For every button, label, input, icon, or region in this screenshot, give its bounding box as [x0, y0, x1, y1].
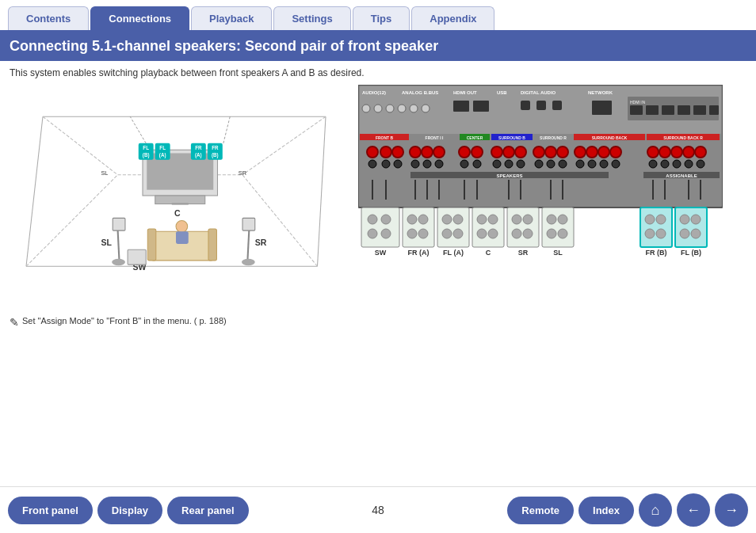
- svg-point-187: [656, 229, 666, 238]
- svg-text:SL: SL: [101, 169, 109, 177]
- svg-line-25: [118, 229, 120, 262]
- svg-rect-39: [128, 249, 146, 265]
- note-text: Set "Assign Mode" to "Front B" in the me…: [22, 316, 227, 326]
- svg-point-192: [691, 229, 701, 238]
- svg-point-56: [398, 105, 406, 112]
- svg-point-167: [453, 229, 463, 238]
- svg-point-94: [410, 147, 421, 158]
- svg-text:SURROUND BACK: SURROUND BACK: [592, 135, 628, 140]
- rear-panel-button[interactable]: Rear panel: [167, 497, 248, 524]
- home-icon: ⌂: [651, 502, 660, 519]
- svg-point-166: [442, 229, 452, 238]
- svg-point-164: [442, 215, 452, 224]
- svg-text:SURROUND BACK R: SURROUND BACK R: [663, 135, 703, 140]
- svg-rect-183: [640, 207, 672, 247]
- svg-rect-34: [147, 229, 156, 261]
- remote-button[interactable]: Remote: [507, 497, 574, 524]
- svg-point-92: [382, 160, 390, 168]
- svg-point-190: [691, 215, 701, 224]
- index-button[interactable]: Index: [578, 497, 634, 524]
- svg-text:ANALOG B.BUS: ANALOG B.BUS: [402, 90, 438, 95]
- svg-text:FRONT I I: FRONT I I: [426, 135, 444, 140]
- svg-point-108: [505, 160, 513, 168]
- svg-point-104: [491, 147, 502, 158]
- tab-playback[interactable]: Playback: [191, 6, 272, 30]
- forward-icon: →: [724, 502, 739, 519]
- svg-point-89: [380, 147, 391, 158]
- room-diagram-container: FL (B) FL (A) FR (A) FR (B) SL: [10, 85, 342, 306]
- svg-point-91: [368, 160, 376, 168]
- page-header: Connecting 5.1-channel speakers: Second …: [0, 32, 756, 61]
- svg-point-161: [407, 229, 417, 238]
- svg-point-131: [673, 160, 681, 168]
- svg-line-5: [26, 175, 118, 267]
- svg-point-118: [598, 147, 609, 158]
- svg-rect-71: [693, 105, 706, 115]
- svg-line-1: [26, 116, 43, 266]
- tab-contents[interactable]: Contents: [8, 6, 89, 30]
- svg-rect-163: [437, 207, 469, 247]
- tab-connections[interactable]: Connections: [90, 6, 189, 30]
- rear-panel-svg: AUDIO(12) ANALOG B.BUS HDMI OUT USB DIGI…: [358, 85, 723, 267]
- svg-point-112: [557, 147, 568, 158]
- svg-text:SL: SL: [553, 249, 563, 257]
- svg-point-159: [407, 215, 417, 224]
- svg-rect-60: [473, 101, 489, 112]
- svg-text:USB: USB: [497, 90, 507, 95]
- back-icon: ←: [686, 502, 701, 519]
- svg-line-42: [223, 116, 230, 143]
- svg-point-123: [612, 160, 620, 168]
- svg-point-174: [512, 215, 521, 224]
- svg-point-54: [374, 105, 382, 112]
- svg-text:NETWORK: NETWORK: [588, 90, 613, 95]
- home-button[interactable]: ⌂: [639, 493, 672, 527]
- svg-text:FL (A): FL (A): [443, 249, 464, 257]
- back-button[interactable]: ←: [677, 493, 710, 527]
- svg-text:SURROUND B: SURROUND B: [498, 135, 525, 140]
- svg-rect-64: [592, 101, 612, 115]
- forward-button[interactable]: →: [715, 493, 748, 527]
- svg-point-127: [683, 147, 694, 158]
- svg-rect-168: [472, 207, 504, 247]
- svg-point-103: [473, 160, 481, 168]
- svg-point-88: [367, 147, 378, 158]
- display-button[interactable]: Display: [97, 497, 162, 524]
- svg-line-4: [43, 116, 118, 175]
- svg-point-58: [422, 105, 430, 112]
- svg-text:FR: FR: [195, 145, 202, 150]
- front-panel-button[interactable]: Front panel: [8, 497, 93, 524]
- tab-settings[interactable]: Settings: [273, 6, 350, 30]
- svg-text:(B): (B): [212, 152, 219, 158]
- svg-point-132: [685, 160, 693, 168]
- svg-point-189: [680, 215, 689, 224]
- svg-text:SURROUND R: SURROUND R: [540, 135, 567, 140]
- page-number: 48: [254, 504, 503, 516]
- svg-rect-11: [155, 196, 205, 204]
- room-diagram-svg: FL (B) FL (A) FR (A) FR (B) SL: [10, 85, 342, 306]
- content-area: FL (B) FL (A) FR (A) FR (B) SL: [10, 85, 746, 306]
- svg-rect-68: [646, 105, 659, 115]
- svg-point-95: [422, 147, 433, 158]
- svg-point-179: [547, 215, 556, 224]
- svg-point-122: [600, 160, 608, 168]
- svg-line-29: [247, 229, 249, 262]
- svg-rect-31: [242, 218, 255, 230]
- svg-text:HDMI OUT: HDMI OUT: [453, 90, 477, 95]
- svg-point-162: [418, 229, 428, 238]
- nav-tabs: Contents Connections Playback Settings T…: [0, 0, 756, 32]
- svg-point-55: [386, 105, 394, 112]
- tab-tips[interactable]: Tips: [353, 6, 410, 30]
- svg-line-7: [242, 116, 326, 175]
- svg-point-96: [433, 147, 445, 158]
- main-content: This system enables switching playback b…: [0, 61, 756, 478]
- svg-text:FL: FL: [143, 145, 149, 150]
- tab-appendix[interactable]: Appendix: [411, 6, 494, 30]
- svg-rect-67: [630, 105, 643, 115]
- svg-text:FR (B): FR (B): [646, 249, 667, 257]
- svg-point-181: [547, 229, 556, 238]
- svg-text:ASSIGNABLE: ASSIGNABLE: [666, 173, 697, 178]
- svg-point-155: [381, 215, 391, 224]
- note-section: ✎ Set "Assign Mode" to "Front B" in the …: [10, 316, 342, 329]
- svg-text:SW: SW: [375, 249, 387, 257]
- svg-point-170: [488, 215, 498, 224]
